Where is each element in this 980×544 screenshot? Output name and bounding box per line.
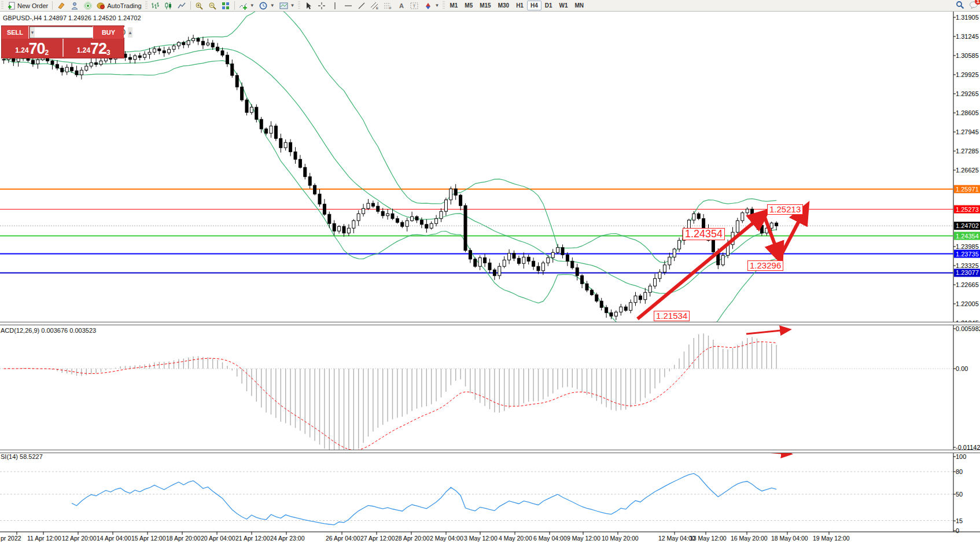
axis-label: 1.29925 (956, 71, 979, 78)
axis-label: 1.28605 (956, 109, 979, 116)
axis-label: 1.22005 (956, 300, 979, 307)
timeframe-h1[interactable]: H1 (513, 1, 527, 10)
chart-title: GBPUSD-,H4 1.24897 1.24926 1.24520 1.247… (3, 14, 141, 21)
fibonacci-tool-button[interactable]: F (381, 1, 395, 11)
time-axis-label: 10 May 20:00 (602, 535, 639, 542)
search-icon[interactable] (956, 1, 964, 9)
axis-label: 1.25273 (956, 206, 979, 213)
dropdown-caret: ▼ (434, 3, 439, 8)
time-axis-label: 15 Apr 12:00 (131, 535, 166, 542)
channel-tool-button[interactable]: E (368, 1, 381, 11)
buy-button[interactable]: BUY (93, 26, 124, 39)
buy-price-major: 1.24 (77, 46, 90, 54)
panel-divider-macd-rsi[interactable] (0, 450, 980, 453)
sell-price[interactable]: 1.24702 (2, 39, 64, 57)
cursor-tool-button[interactable] (301, 1, 315, 11)
svg-text:E: E (376, 6, 378, 10)
axis-label: 1.22665 (956, 281, 979, 288)
new-order-label: New Order (17, 2, 48, 9)
axis-label: 1.27285 (956, 148, 979, 155)
axis-label: 0.005982 (956, 325, 980, 332)
axis-label: 100 (956, 453, 966, 460)
time-axis-label: 9 May 12:00 (567, 535, 600, 542)
zoom-in-button[interactable] (193, 1, 206, 11)
text-tool-button[interactable]: A (395, 1, 408, 11)
autotrading-label: AutoTrading (107, 2, 142, 9)
periods-button[interactable]: ▼ (257, 1, 277, 11)
sell-button[interactable]: SELL (2, 26, 29, 39)
axis-label: 80 (956, 468, 963, 475)
timeframe-d1[interactable]: D1 (541, 1, 556, 10)
sell-price-major: 1.24 (15, 46, 28, 54)
buy-price[interactable]: 1.24723 (64, 39, 124, 57)
highlight-tool-button[interactable] (54, 1, 68, 11)
arrows-tool-button[interactable]: ▼ (421, 1, 441, 11)
new-order-icon (7, 1, 16, 10)
vertical-line-tool-button[interactable] (328, 1, 341, 11)
axis-label: 1.26625 (956, 167, 979, 174)
indicators-button[interactable]: ▼ (237, 1, 257, 11)
one-click-trading-panel: SELL ▼ ▲ BUY 1.24702 1.24723 (1, 25, 124, 58)
toolbar-handle[interactable] (443, 1, 445, 10)
horizontal-line-tool-button[interactable] (341, 1, 355, 11)
axis-label: 1.31905 (956, 14, 979, 21)
tile-windows-button[interactable] (219, 1, 233, 11)
toolbar-handle[interactable] (1, 1, 3, 10)
timeframe-m30[interactable]: M30 (495, 1, 513, 10)
timeframe-m15[interactable]: M15 (476, 1, 494, 10)
axis-label: 1.27945 (956, 128, 979, 135)
time-axis-label: 27 Apr 12:00 (360, 535, 395, 542)
fibonacci-icon: F (384, 1, 392, 10)
time-axis-label: 14 Apr 04:00 (97, 535, 131, 542)
volume-decrease-button[interactable]: ▼ (30, 27, 35, 38)
highlighter-icon (57, 1, 65, 10)
timeframe-mn[interactable]: MN (572, 1, 588, 10)
axis-label: 1.30585 (956, 52, 979, 59)
axis-label: 0.00 (956, 365, 968, 372)
expert-advisor-button[interactable] (68, 1, 81, 11)
tile-windows-icon (222, 1, 230, 10)
price-annotation-label: 1.21534 (654, 311, 690, 321)
crosshair-icon (317, 1, 326, 10)
timeframe-m1[interactable]: M1 (446, 1, 461, 10)
text-label-tool-button[interactable]: T (408, 1, 421, 11)
price-annotation-label: 1.23296 (747, 260, 783, 271)
trendline-tool-button[interactable] (355, 1, 368, 11)
candlestick-mode-button[interactable] (162, 1, 175, 11)
text-label-icon: T (410, 1, 419, 10)
crosshair-tool-button[interactable] (315, 1, 328, 11)
clock-icon (259, 1, 268, 10)
volume-box: ▼ ▲ (30, 27, 92, 38)
notifications-icon[interactable]: 1 (969, 1, 978, 9)
dropdown-caret: ▼ (270, 3, 275, 8)
line-chart-mode-button[interactable] (175, 1, 189, 11)
bar-chart-mode-button[interactable] (149, 1, 162, 11)
arrow-shapes-icon (423, 1, 432, 10)
text-a-icon: A (397, 1, 406, 10)
timeframe-m5[interactable]: M5 (461, 1, 476, 10)
axis-label: 15 (956, 517, 963, 524)
main-toolbar: New Order AutoTrading (0, 0, 980, 12)
chart-canvas[interactable]: 1.319051.312451.305851.299251.292651.286… (0, 0, 980, 544)
volume-increase-button[interactable]: ▲ (128, 27, 132, 38)
add-indicator-icon (239, 1, 248, 10)
templates-button[interactable]: ▼ (277, 1, 297, 11)
signals-button[interactable] (81, 1, 94, 11)
toolbar-handle[interactable] (298, 1, 300, 10)
timeframe-h4[interactable]: H4 (527, 1, 541, 10)
separator (234, 1, 235, 10)
timeframe-w1[interactable]: W1 (556, 1, 572, 10)
panel-divider-main-macd[interactable] (0, 322, 980, 325)
time-axis-label: 26 Apr 04:00 (326, 535, 360, 542)
toolbar-handle[interactable] (145, 1, 148, 10)
new-order-button[interactable]: New Order (5, 1, 50, 11)
zoom-out-icon (208, 1, 217, 10)
svg-text:F: F (389, 6, 392, 10)
time-axis-label: 24 Apr 23:00 (270, 535, 305, 542)
separator (190, 1, 191, 10)
time-axis-label: 21 Apr 12:00 (235, 535, 270, 542)
autotrading-button[interactable]: AutoTrading (94, 1, 144, 11)
time-axis-label: 11 Apr 12:00 (27, 535, 61, 542)
zoom-out-button[interactable] (206, 1, 219, 11)
sell-price-pips: 70 (29, 41, 45, 56)
